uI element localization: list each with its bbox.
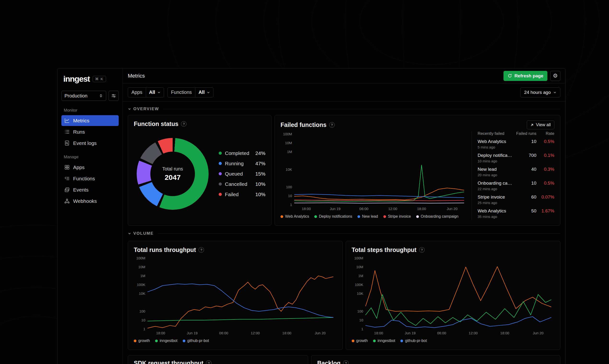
sidebar-item-functions[interactable]: Functions (61, 173, 119, 184)
svg-text:10M: 10M (285, 141, 292, 145)
svg-text:1M: 1M (140, 274, 145, 278)
time-range-value: 24 hours ago (524, 90, 551, 95)
svg-text:Jun 20: Jun 20 (315, 331, 326, 335)
inngest-app-window: inngest ⌘ K Production Monitor Me (57, 68, 566, 364)
svg-text:100M: 100M (136, 256, 145, 260)
sidebar-item-apps[interactable]: Apps (61, 162, 119, 173)
svg-text:100: 100 (286, 185, 292, 189)
failed-function-row[interactable]: New lead20 mins ago400.3% (478, 165, 554, 179)
sdk-request-throughput-title: SDK request throughput (134, 360, 203, 364)
gear-icon: ⚙ (553, 73, 558, 79)
volume-section-label: VOLUME (133, 231, 154, 236)
backlog-card: Backlog (311, 355, 560, 364)
help-icon[interactable] (329, 122, 335, 128)
sidebar-item-events[interactable]: Events (61, 184, 119, 195)
chevron-down-icon (207, 91, 210, 94)
sidebar-item-metrics[interactable]: Metrics (61, 115, 119, 126)
view-all-label: View all (536, 122, 551, 127)
column-header-failed-runs: Failed runs (512, 131, 536, 136)
total-steps-throughput-card: Total steps throughput 100M10M1M100K10K1… (346, 241, 561, 350)
sliders-icon (111, 93, 116, 98)
svg-text:18:00: 18:00 (282, 331, 291, 335)
command-k-shortcut-badge: ⌘ K (93, 76, 106, 82)
failed-function-row[interactable]: Deploy notification10 mins ago7000.1% (478, 151, 554, 165)
overview-section-header[interactable]: OVERVIEW (128, 105, 560, 113)
refresh-page-label: Refresh page (514, 73, 543, 78)
svg-text:1M: 1M (287, 150, 292, 154)
help-icon[interactable] (206, 360, 211, 364)
webhooks-icon (64, 198, 70, 204)
help-icon[interactable] (343, 360, 349, 364)
sidebar-item-label: Webhooks (73, 198, 97, 204)
inngest-logo[interactable]: inngest (63, 74, 90, 84)
svg-text:1: 1 (361, 327, 363, 331)
svg-text:100M: 100M (283, 132, 292, 136)
help-icon[interactable] (198, 247, 204, 253)
function-status-card: Function status Total runs 2047 Complete… (128, 115, 271, 226)
function-status-donut-chart: Total runs 2047 (137, 138, 208, 210)
view-all-button[interactable]: View all (527, 120, 554, 129)
environment-select[interactable]: Production (61, 91, 106, 101)
total-runs-label: Total runs (162, 166, 183, 172)
svg-text:100: 100 (357, 309, 363, 313)
function-status-title: Function status (134, 120, 178, 127)
chevron-down-icon (157, 91, 161, 94)
svg-text:12:00: 12:00 (251, 331, 260, 335)
svg-text:06:00: 06:00 (219, 331, 228, 335)
legend-item: github-pr-bot (401, 339, 427, 343)
total-runs-value: 2047 (165, 173, 181, 182)
svg-text:12:00: 12:00 (388, 207, 397, 211)
help-icon[interactable] (181, 121, 187, 127)
failed-functions-chart: 100M10M1M10K10010118:00Jun 1906:0012:001… (280, 131, 467, 212)
svg-text:100K: 100K (355, 283, 363, 287)
failed-function-row[interactable]: Onboarding campaign22 mins ago100.5% (478, 179, 554, 193)
sidebar-item-label: Event logs (73, 140, 97, 146)
svg-text:10: 10 (359, 318, 363, 322)
refresh-page-button[interactable]: Refresh page (503, 71, 547, 81)
functions-filter-label: Functions (167, 90, 195, 95)
function-status-legend: Completed24%Running47%Queued15%Cancelled… (219, 150, 265, 197)
volume-section-header[interactable]: VOLUME (128, 230, 560, 237)
svg-text:1: 1 (290, 203, 292, 207)
sidebar-item-webhooks[interactable]: Webhooks (61, 196, 119, 207)
svg-text:10: 10 (288, 194, 292, 198)
environment-filter-button[interactable] (109, 91, 119, 101)
status-legend-row: Failed10% (219, 192, 265, 197)
functions-filter[interactable]: Functions All (167, 87, 213, 97)
dashboard-content: OVERVIEW Function status Total runs 2047 (123, 102, 565, 364)
settings-button[interactable]: ⚙ (550, 71, 560, 81)
failed-function-row[interactable]: Stripe invoice25 mins ago600.07% (478, 193, 554, 207)
total-steps-throughput-chart: 100M10M1M100K10K10010118:00Jun 1906:0012… (352, 255, 554, 336)
apps-icon (64, 164, 70, 170)
help-icon[interactable] (419, 247, 425, 253)
refresh-icon (508, 74, 512, 78)
time-range-select[interactable]: 24 hours ago (520, 87, 560, 97)
metrics-icon (64, 117, 70, 124)
sidebar-item-label: Functions (73, 176, 95, 182)
svg-text:18:00: 18:00 (500, 331, 509, 335)
failed-function-row[interactable]: Web Analytics5 mins ago100.5% (478, 137, 554, 151)
legend-item: Stripe invoice (383, 214, 411, 219)
page-header: Metrics Refresh page ⚙ (123, 68, 565, 83)
svg-text:10: 10 (141, 318, 145, 322)
column-header-rate: Rate (536, 131, 554, 136)
apps-filter[interactable]: Apps All (128, 87, 164, 97)
svg-text:06:00: 06:00 (437, 331, 446, 335)
svg-text:12:00: 12:00 (469, 331, 478, 335)
svg-text:100K: 100K (137, 283, 145, 287)
svg-text:18:00: 18:00 (302, 207, 311, 211)
total-runs-throughput-chart: 100M10M1M100K10K10010118:00Jun 1906:0012… (134, 255, 337, 336)
legend-item: inngestbot (373, 339, 395, 343)
total-runs-throughput-title: Total runs throughput (134, 247, 196, 253)
legend-item: github-pr-bot (183, 339, 209, 343)
svg-text:100M: 100M (354, 256, 363, 260)
sidebar-item-runs[interactable]: Runs (61, 126, 119, 137)
sidebar-item-event-logs[interactable]: Event logs (61, 138, 119, 148)
legend-item: growth (352, 339, 368, 343)
recently-failed-rows: Web Analytics5 mins ago100.5%Deploy noti… (478, 137, 554, 220)
status-legend-row: Completed24% (219, 150, 265, 156)
recently-failed-table: Recently failed Failed runs Rate Web Ana… (472, 131, 554, 220)
status-legend-row: Cancelled10% (219, 181, 265, 187)
failed-function-row[interactable]: Web Analytics35 mins ago501.67% (478, 207, 554, 220)
svg-text:1: 1 (143, 327, 145, 331)
